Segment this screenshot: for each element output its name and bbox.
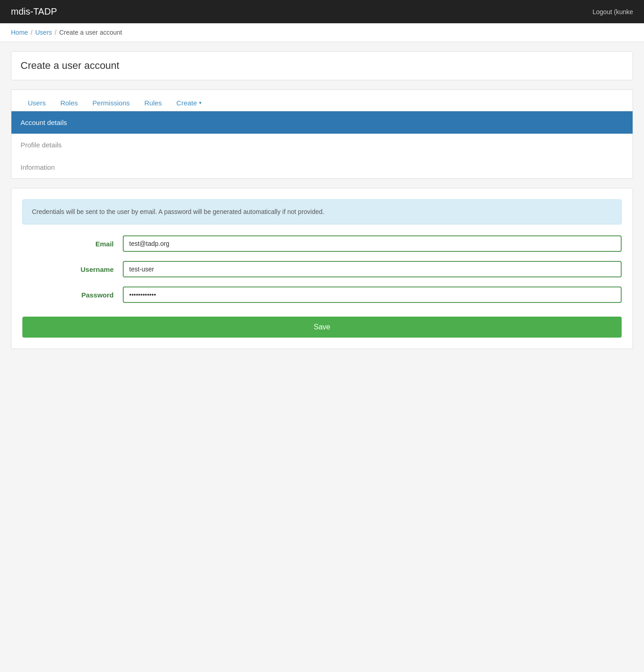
- page-title: Create a user account: [21, 60, 623, 72]
- logout-link[interactable]: Logout (kunke: [592, 8, 633, 16]
- main-content: Create a user account Users Roles Permis…: [0, 42, 644, 358]
- app-header: mdis-TADP Logout (kunke: [0, 0, 644, 23]
- breadcrumb: Home / Users / Create a user account: [0, 23, 644, 42]
- username-row: Username: [22, 261, 622, 277]
- email-label: Email: [22, 240, 123, 248]
- chevron-down-icon: ▾: [199, 100, 202, 106]
- breadcrumb-sep-1: /: [31, 29, 32, 36]
- tab-roles[interactable]: Roles: [53, 95, 85, 111]
- nav-tabs: Users Roles Permissions Rules Create ▾: [11, 90, 633, 111]
- steps-list: Account details Profile details Informat…: [11, 111, 633, 178]
- tab-users[interactable]: Users: [21, 95, 53, 111]
- step-information[interactable]: Information: [11, 156, 633, 178]
- page-title-card: Create a user account: [11, 51, 633, 80]
- step-account-details[interactable]: Account details: [11, 111, 633, 134]
- tabs-steps-card: Users Roles Permissions Rules Create ▾ A…: [11, 89, 633, 179]
- save-button[interactable]: Save: [22, 317, 622, 338]
- username-input[interactable]: [123, 261, 622, 277]
- step-profile-details[interactable]: Profile details: [11, 134, 633, 156]
- password-input[interactable]: [123, 287, 622, 303]
- email-input[interactable]: [123, 235, 622, 252]
- breadcrumb-sep-2: /: [55, 29, 57, 36]
- app-title: mdis-TADP: [11, 6, 57, 17]
- form-card: Credentials will be sent to the user by …: [11, 188, 633, 349]
- breadcrumb-home[interactable]: Home: [11, 29, 28, 36]
- info-message: Credentials will be sent to the user by …: [22, 199, 622, 224]
- password-row: Password: [22, 287, 622, 303]
- tab-rules[interactable]: Rules: [137, 95, 169, 111]
- tab-permissions[interactable]: Permissions: [85, 95, 137, 111]
- password-label: Password: [22, 291, 123, 299]
- email-row: Email: [22, 235, 622, 252]
- breadcrumb-users[interactable]: Users: [35, 29, 52, 36]
- tab-create[interactable]: Create ▾: [169, 95, 209, 111]
- breadcrumb-current: Create a user account: [59, 29, 122, 36]
- username-label: Username: [22, 266, 123, 273]
